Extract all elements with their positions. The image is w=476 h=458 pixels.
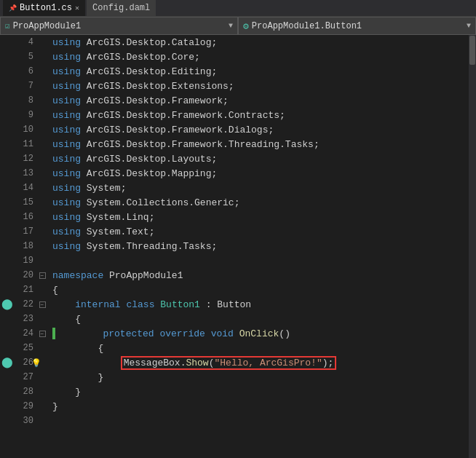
class-dropdown-arrow: ▼ <box>229 22 233 30</box>
line-num-5: 5 <box>15 50 38 64</box>
code-line-8: using ArcGIS.Desktop.Framework; <box>49 93 469 108</box>
breakpoint-indicator-22[interactable]: ⬤ <box>0 297 15 312</box>
line-num-18: 18 <box>15 239 38 253</box>
code-line-23: { <box>49 312 469 326</box>
line-num-11: 11 <box>15 137 38 151</box>
line-num-29: 29 <box>15 399 38 414</box>
code-line-12: using ArcGIS.Desktop.Layouts; <box>49 151 469 166</box>
line-num-19: 19 <box>15 253 38 268</box>
line-num-9: 9 <box>15 108 38 122</box>
collapse-20[interactable]: − <box>38 268 47 283</box>
line-num-6: 6 <box>15 64 38 79</box>
pin-icon: 📌 <box>9 4 17 12</box>
line-num-16: 16 <box>15 210 38 224</box>
vertical-scrollbar[interactable] <box>469 35 476 458</box>
line-num-14: 14 <box>15 181 38 195</box>
line-num-22: 22 <box>15 297 38 312</box>
lightbulb-overlay[interactable]: 💡 <box>31 355 42 370</box>
code-line-22: internal class Button1 : Button <box>49 297 469 312</box>
code-line-5: using ArcGIS.Desktop.Core; <box>49 50 469 64</box>
code-line-13: using ArcGIS.Desktop.Mapping; <box>49 166 469 181</box>
line-num-21: 21 <box>15 283 38 297</box>
code-line-20: namespace ProAppModule1 <box>49 268 469 283</box>
line-num-20: 20 <box>15 268 38 283</box>
tab-label-configdaml: Config.daml <box>92 3 150 13</box>
code-line-10: using ArcGIS.Desktop.Framework.Dialogs; <box>49 122 469 137</box>
code-line-11: using ArcGIS.Desktop.Framework.Threading… <box>49 137 469 151</box>
code-line-17: using System.Text; <box>49 224 469 239</box>
tab-label-button1cs: Button1.cs <box>20 3 72 13</box>
breakpoint-icon-26: ⬤ <box>1 358 13 368</box>
dropdown-bar: ☑ ProAppModule1 ▼ ⚙ ProAppModule1.Button… <box>0 16 476 35</box>
line-num-13: 13 <box>15 166 38 181</box>
collapse-icon-22: − <box>39 301 46 308</box>
code-line-7: using ArcGIS.Desktop.Extensions; <box>49 79 469 93</box>
left-sidebar: ⬤ ⬤ <box>0 35 15 458</box>
code-content[interactable]: using ArcGIS.Desktop.Catalog; using ArcG… <box>47 35 469 458</box>
code-line-27: } <box>49 370 469 384</box>
editor-main: ⬤ ⬤ 4 5 6 7 8 9 10 11 12 13 14 <box>0 35 476 458</box>
code-line-25: { <box>49 341 469 355</box>
code-line-21: { <box>49 283 469 297</box>
line-num-27: 27 <box>15 370 38 384</box>
code-line-29: } <box>49 399 469 414</box>
breakpoint-indicator-26[interactable]: ⬤ <box>0 355 15 370</box>
code-line-30 <box>49 414 469 428</box>
title-bar: 📌 Button1.cs ✕ Config.daml <box>0 0 476 16</box>
code-line-6: using ArcGIS.Desktop.Editing; <box>49 64 469 79</box>
line-num-25: 25 <box>15 341 38 355</box>
collapse-22[interactable]: − <box>38 297 47 312</box>
code-line-28: } <box>49 384 469 399</box>
collapse-24[interactable]: − <box>38 326 47 341</box>
line-numbers: 4 5 6 7 8 9 10 11 12 13 14 15 16 17 18 1… <box>15 35 38 458</box>
class-dropdown[interactable]: ☑ ProAppModule1 ▼ <box>0 17 238 35</box>
breakpoint-icon-22: ⬤ <box>1 299 13 309</box>
class-dropdown-label: ProAppModule1 <box>13 21 82 31</box>
member-dropdown-label: ProAppModule1.Button1 <box>252 21 362 31</box>
scrollbar-thumb[interactable] <box>469 36 475 65</box>
member-dropdown-arrow: ▼ <box>467 22 471 30</box>
collapse-gutter: − − − <box>38 35 47 458</box>
tab-close-icon[interactable]: ✕ <box>75 4 79 12</box>
line-num-17: 17 <box>15 224 38 239</box>
collapse-icon-24: − <box>39 331 46 337</box>
line-num-15: 15 <box>15 195 38 210</box>
code-line-18: using System.Threading.Tasks; <box>49 239 469 253</box>
code-line-9: using ArcGIS.Desktop.Framework.Contracts… <box>49 108 469 122</box>
collapse-icon-20: − <box>39 272 46 279</box>
line-num-7: 7 <box>15 79 38 93</box>
line-num-8: 8 <box>15 93 38 108</box>
line-num-10: 10 <box>15 122 38 137</box>
member-dropdown[interactable]: ⚙ ProAppModule1.Button1 ▼ <box>238 17 476 35</box>
line-num-24: 24 <box>15 326 38 341</box>
line-num-30: 30 <box>15 414 38 428</box>
line-num-4: 4 <box>15 35 38 50</box>
code-line-24: protected override void OnClick() <box>49 326 469 341</box>
code-line-19 <box>49 253 469 268</box>
editor-window: 📌 Button1.cs ✕ Config.daml ☑ ProAppModul… <box>0 0 476 458</box>
class-dropdown-icon: ☑ <box>5 21 10 31</box>
code-line-14: using System; <box>49 181 469 195</box>
code-line-4: using ArcGIS.Desktop.Catalog; <box>49 35 469 50</box>
member-dropdown-icon: ⚙ <box>243 20 249 32</box>
line-num-23: 23 <box>15 312 38 326</box>
tab-button1cs[interactable]: 📌 Button1.cs ✕ <box>3 0 85 16</box>
code-line-15: using System.Collections.Generic; <box>49 195 469 210</box>
tab-configdaml[interactable]: Config.daml <box>87 0 156 16</box>
lightbulb-icon: 💡 <box>31 358 41 368</box>
code-line-16: using System.Linq; <box>49 210 469 224</box>
line-num-28: 28 <box>15 384 38 399</box>
line-num-12: 12 <box>15 151 38 166</box>
code-line-26: MessageBox.Show("Hello, ArcGisPro!"); <box>49 355 469 370</box>
